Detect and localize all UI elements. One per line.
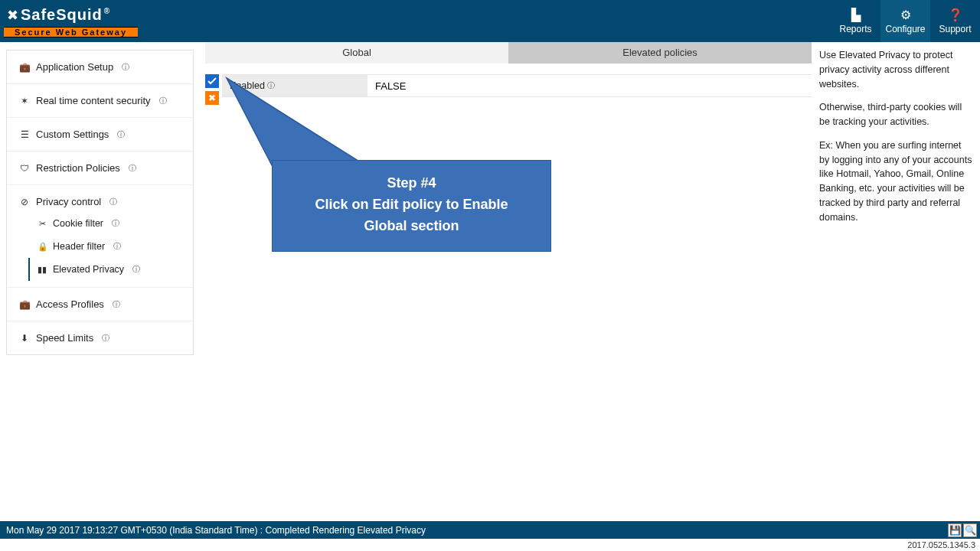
search-button[interactable]: 🔍 [963,523,977,537]
sidebar-item-access-profiles[interactable]: 💼 Access Profiles ⓘ [7,287,193,321]
save-button[interactable]: 💾 [948,523,962,537]
info-icon: ⓘ [132,264,140,275]
tab-elevated-policies[interactable]: Elevated policies [508,42,812,64]
tab-bar: Global Elevated policies [205,42,812,64]
info-panel: Use Elevated Privacy to protect privacy … [812,42,980,521]
scissors-icon: ✂ [38,219,47,229]
logo-tagline: Secure Web Gateway [4,27,138,37]
sidebar-sub-elevated-privacy[interactable]: ▮▮ Elevated Privacy ⓘ [28,258,193,281]
briefcase-icon: 💼 [19,299,30,310]
logo: ✖ SafeSquid® Secure Web Gateway [4,5,138,37]
floppy-icon: 💾 [949,525,961,536]
sidebar-item-label: Custom Settings [36,129,109,140]
tab-global[interactable]: Global [205,42,508,64]
download-icon: ⬇ [19,333,30,344]
gears-icon: ⚙ [900,8,911,22]
info-text: Use Elevated Privacy to protect privacy … [819,48,972,91]
sidebar-item-label: Speed Limits [36,332,93,344]
info-icon: ⓘ [113,299,120,310]
sidebar: 💼 Application Setup ⓘ ✶ Real time conten… [6,50,194,355]
status-text: Mon May 29 2017 19:13:27 GMT+0530 (India… [6,525,426,536]
no-entry-icon: ⊘ [19,197,30,207]
search-icon: 🔍 [965,525,976,536]
info-icon: ⓘ [109,197,117,207]
sidebar-item-realtime-security[interactable]: ✶ Real time content security ⓘ [7,84,193,118]
info-icon: ⓘ [112,218,119,229]
info-text: Otherwise, third-party cookies will be t… [819,100,972,129]
sidebar-item-label: Elevated Privacy [53,264,124,275]
nav-configure[interactable]: ⚙ Configure [880,0,930,42]
sidebar-item-label: Privacy control [36,196,101,207]
header-bar: ✖ SafeSquid® Secure Web Gateway ▙ Report… [0,0,980,42]
delete-policy-button[interactable]: ✖ [205,91,219,105]
sidebar-item-custom-settings[interactable]: ☰ Custom Settings ⓘ [7,118,193,152]
sliders-icon: ☰ [19,129,30,140]
edit-policy-button[interactable] [205,74,219,88]
nav-label: Support [939,24,971,34]
chart-icon: ▙ [851,8,861,22]
sidebar-item-speed-limits[interactable]: ⬇ Speed Limits ⓘ [7,321,193,354]
sidebar-item-label: Restriction Policies [36,162,120,174]
info-icon: ⓘ [113,241,121,252]
close-icon: ✖ [208,93,216,103]
info-icon: ⓘ [102,333,109,344]
sidebar-item-label: Cookie filter [53,218,103,229]
sidebar-item-label: Header filter [53,241,105,252]
nav-label: Configure [885,24,925,34]
lock-icon: 🔒 [38,242,47,252]
bars-icon: ▮▮ [38,265,47,275]
status-bar: Mon May 29 2017 19:13:27 GMT+0530 (India… [0,521,980,539]
nav-reports[interactable]: ▙ Reports [831,0,880,42]
footer-toolbar: 💾 🔍 [948,523,977,537]
pencil-check-icon [207,77,217,86]
info-icon: ⓘ [159,96,167,106]
sidebar-item-application-setup[interactable]: 💼 Application Setup ⓘ [7,51,193,84]
info-icon: ⓘ [117,129,125,140]
version-label: 2017.0525.1345.3 [907,540,975,549]
nav-label: Reports [839,24,871,34]
sidebar-item-label: Access Profiles [36,298,104,310]
sidebar-sub-header-filter[interactable]: 🔒 Header filter ⓘ [7,235,193,258]
info-text: Ex: When you are surfing internet by log… [819,139,972,225]
sidebar-item-privacy-control[interactable]: ⊘ Privacy control ⓘ [7,185,193,212]
help-icon: ❓ [948,8,963,22]
nav-support[interactable]: ❓ Support [930,0,980,42]
main-panel: Global Elevated policies ✖ Enabled ⓘ FAL… [198,42,812,521]
policy-enabled-label: Enabled ⓘ [222,75,368,96]
logo-icon: ✖ [4,7,21,24]
info-icon: ⓘ [122,62,129,73]
info-icon: ⓘ [129,163,136,174]
sidebar-sub-cookie-filter[interactable]: ✂ Cookie filter ⓘ [7,212,193,235]
info-icon: ⓘ [267,80,275,91]
shield-icon: 🛡 [19,163,30,174]
logo-text: SafeSquid® [21,6,110,24]
sidebar-privacy-children: ✂ Cookie filter ⓘ 🔒 Header filter ⓘ ▮▮ E… [7,212,193,287]
spark-icon: ✶ [19,96,30,106]
sidebar-item-label: Real time content security [36,95,151,106]
briefcase-icon: 💼 [19,62,30,73]
policy-enabled-value: FALSE [368,75,812,96]
sidebar-item-restriction-policies[interactable]: 🛡 Restriction Policies ⓘ [7,152,193,185]
sidebar-item-label: Application Setup [36,61,113,73]
